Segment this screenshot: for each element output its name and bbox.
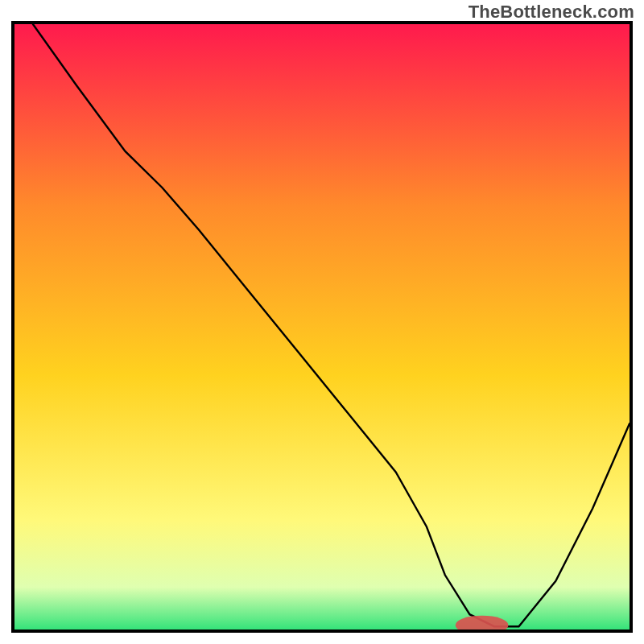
chart-frame: TheBottleneck.com [0,0,644,644]
gradient-background [14,24,630,630]
plot-svg [14,24,630,630]
plot-area [14,24,630,630]
watermark-text: TheBottleneck.com [469,2,634,23]
plot-border [11,21,633,633]
